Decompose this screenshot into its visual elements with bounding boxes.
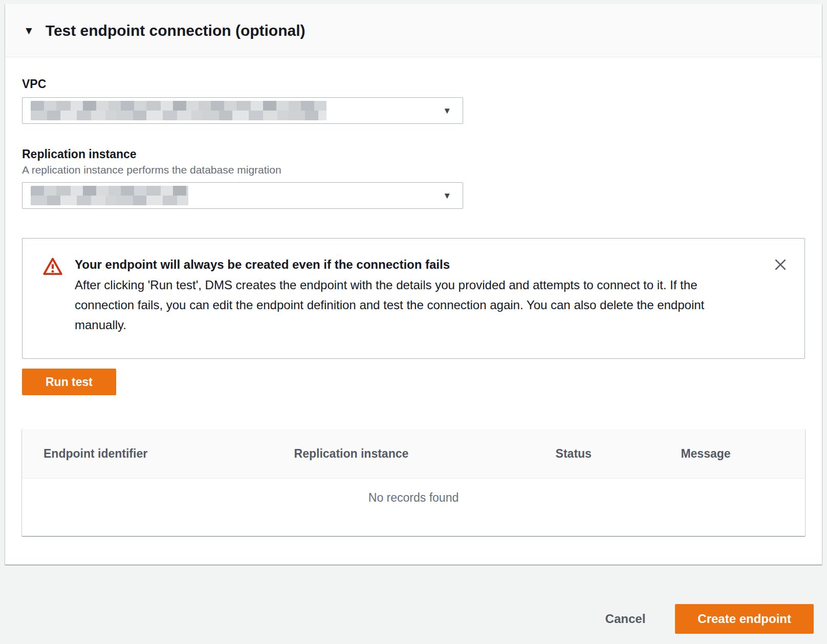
panel-body: VPC ▼ Replication instance A replication…	[5, 77, 822, 536]
caret-down-icon: ▼	[443, 106, 451, 115]
replication-instance-description: A replication instance performs the data…	[22, 164, 805, 176]
replication-instance-select[interactable]: ▼	[22, 182, 463, 209]
caret-down-icon: ▼	[443, 191, 451, 200]
page: ▼ Test endpoint connection (optional) VP…	[0, 0, 827, 644]
column-header-endpoint-identifier: Endpoint identifier	[22, 447, 273, 461]
redacted-replication-instance-value	[31, 186, 188, 205]
vpc-label: VPC	[22, 77, 805, 91]
column-header-message: Message	[659, 447, 805, 461]
vpc-select[interactable]: ▼	[22, 97, 463, 124]
collapse-icon: ▼	[24, 25, 34, 36]
section-header-toggle[interactable]: ▼ Test endpoint connection (optional)	[5, 4, 822, 57]
empty-state: No records found	[22, 479, 805, 505]
footer-actions: Cancel Create endpoint	[605, 604, 814, 634]
warning-title: Your endpoint will always be created eve…	[75, 255, 745, 274]
cancel-button[interactable]: Cancel	[605, 612, 646, 626]
run-test-button[interactable]: Run test	[22, 369, 116, 395]
connection-results-table: Endpoint identifier Replication instance…	[22, 429, 805, 536]
column-header-replication-instance: Replication instance	[273, 447, 534, 461]
test-endpoint-panel: ▼ Test endpoint connection (optional) VP…	[5, 4, 822, 565]
table-body: No records found	[22, 479, 805, 536]
warning-content: Your endpoint will always be created eve…	[75, 255, 745, 335]
warning-alert: Your endpoint will always be created eve…	[22, 238, 805, 359]
create-endpoint-button[interactable]: Create endpoint	[675, 604, 814, 634]
warning-body: After clicking 'Run test', DMS creates t…	[75, 275, 745, 335]
table-header-row: Endpoint identifier Replication instance…	[22, 429, 805, 479]
column-header-status: Status	[534, 447, 660, 461]
redacted-vpc-value	[31, 101, 327, 120]
close-icon[interactable]	[772, 256, 789, 275]
replication-instance-label: Replication instance	[22, 147, 805, 161]
warning-icon	[43, 257, 62, 277]
section-title: Test endpoint connection (optional)	[46, 22, 306, 39]
